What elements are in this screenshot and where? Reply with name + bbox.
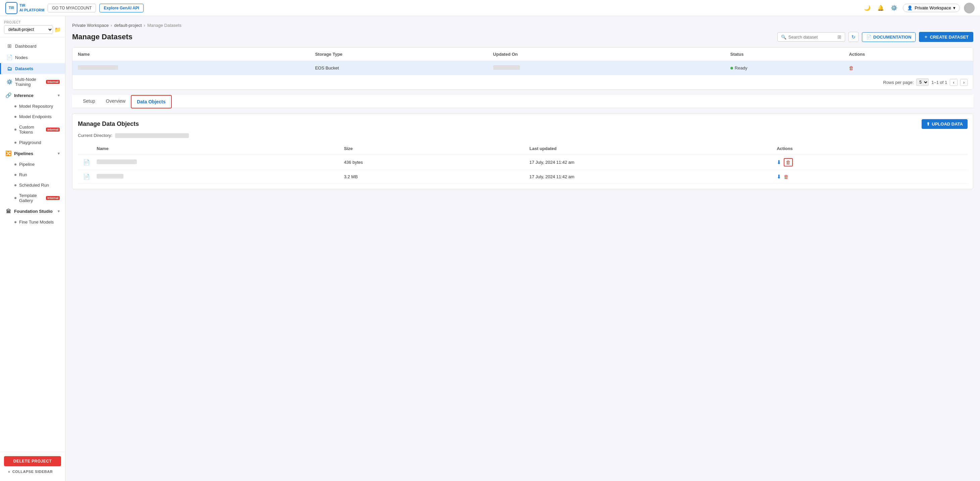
rows-per-page-select[interactable]: 5 <box>916 78 929 86</box>
sidebar-section-foundation[interactable]: 🏛 Foundation Studio ▾ <box>0 206 65 217</box>
chevron-down-icon: ▾ <box>953 5 956 10</box>
next-page-button[interactable]: › <box>960 79 967 86</box>
inference-subnav: Model Repository Model Endpoints Custom … <box>0 101 65 148</box>
data-objects-card: Manage Data Objects ⬆ UPLOAD DATA Curren… <box>72 113 973 189</box>
breadcrumb-current: Manage Datasets <box>147 23 181 28</box>
sidebar-item-fine-tune[interactable]: Fine Tune Models <box>11 217 65 227</box>
sidebar-item-playground[interactable]: Playground <box>11 137 65 148</box>
sidebar-item-scheduled-run[interactable]: Scheduled Run <box>11 180 65 190</box>
col-status: Status <box>730 52 849 57</box>
delete-button-1[interactable]: 🗑 <box>784 158 793 167</box>
plus-icon: ＋ <box>924 34 928 40</box>
create-dataset-button[interactable]: ＋ CREATE DATASET <box>919 32 973 42</box>
sidebar-item-label-custom-tokens: Custom Tokens <box>19 124 42 135</box>
breadcrumb-workspace[interactable]: Private Workspace <box>72 23 109 28</box>
sidebar-item-model-repository[interactable]: Model Repository <box>11 101 65 111</box>
search-input[interactable] <box>788 35 835 40</box>
sidebar-item-pipeline[interactable]: Pipeline <box>11 159 65 169</box>
dataset-actions-cell: 🗑 <box>849 65 967 71</box>
internal-badge-multi-node: Internal <box>46 80 60 84</box>
search-box: 🔍 ⊞ <box>777 32 845 41</box>
delete-project-button[interactable]: DELETE PROJECT <box>4 456 61 466</box>
tab-overview[interactable]: Overview <box>101 95 131 108</box>
dataset-delete-button[interactable]: 🗑 <box>849 65 854 71</box>
dot-icon <box>14 197 16 199</box>
dot-icon <box>14 221 16 223</box>
sidebar-item-label-scheduled-run: Scheduled Run <box>19 183 49 188</box>
sidebar-item-label-multi-node: Multi-Node Training <box>15 77 42 87</box>
documentation-button[interactable]: 📄 DOCUMENTATION <box>862 32 916 42</box>
foundation-icon: 🏛 <box>5 209 11 214</box>
tabs: Setup Overview Data Objects <box>72 95 973 108</box>
filter-icon[interactable]: ⊞ <box>837 34 842 40</box>
sidebar-item-multi-node[interactable]: ⚙️ Multi-Node Training Internal <box>0 74 65 90</box>
sidebar-item-label-model-endpoints: Model Endpoints <box>19 114 52 119</box>
sidebar-item-label-template-gallery: Template Gallery <box>19 193 42 203</box>
download-button-1[interactable]: ⬇ <box>777 159 781 166</box>
logo-icon: TIR <box>5 2 18 14</box>
project-select[interactable]: default-project <box>4 25 53 34</box>
delete-button-2[interactable]: 🗑 <box>784 174 789 180</box>
sidebar-item-template-gallery[interactable]: Template Gallery Internal <box>11 190 65 206</box>
directory-path <box>115 133 189 138</box>
tab-setup[interactable]: Setup <box>78 95 101 108</box>
file-icon: 📄 <box>83 174 90 180</box>
refresh-button[interactable]: ↻ <box>848 32 859 42</box>
data-table-header: Name Size Last updated Actions <box>78 143 967 155</box>
sidebar-project: Project default-project 📁 <box>0 16 65 38</box>
dot-icon <box>14 142 16 144</box>
pipelines-chevron: ▾ <box>58 151 60 156</box>
sidebar-item-run[interactable]: Run <box>11 169 65 180</box>
page-header: Manage Datasets 🔍 ⊞ ↻ 📄 DOCUMENTATION ＋ … <box>72 32 973 42</box>
settings-icon[interactable]: ⚙️ <box>889 3 899 13</box>
foundation-subnav: Fine Tune Models <box>0 217 65 227</box>
dashboard-icon: ⊞ <box>6 43 13 49</box>
sidebar-item-datasets[interactable]: 🗂 Datasets <box>0 63 65 74</box>
col-actions: Actions <box>849 52 967 57</box>
folder-icon[interactable]: 📁 <box>54 27 61 33</box>
prev-page-button[interactable]: ‹ <box>950 79 957 86</box>
sidebar-item-label-run: Run <box>19 172 27 177</box>
page-info: 1–1 of 1 <box>931 80 947 85</box>
col-updated-on: Updated On <box>493 52 730 57</box>
topnav-left: TIR TIR AI PLATFORM GO TO MYACCOUNT Expl… <box>5 2 143 14</box>
pipelines-icon: 🔀 <box>5 150 11 156</box>
user-icon: 👤 <box>907 5 913 10</box>
sidebar-section-pipelines[interactable]: 🔀 Pipelines ▾ <box>0 148 65 159</box>
sidebar-item-dashboard[interactable]: ⊞ Dashboard <box>0 40 65 52</box>
data-objects-table: Name Size Last updated Actions 📄 436 byt… <box>78 143 967 183</box>
notification-icon[interactable]: 🔔 <box>876 3 885 13</box>
col-actions: Actions <box>777 146 962 151</box>
go-to-myaccount-button[interactable]: GO TO MYACCOUNT <box>48 4 96 13</box>
dot-icon <box>14 116 16 118</box>
sidebar-section-inference[interactable]: 🔗 Inference ▾ <box>0 90 65 101</box>
breadcrumb: Private Workspace › default-project › Ma… <box>72 23 973 28</box>
dataset-updated-cell <box>493 65 730 71</box>
inference-chevron: ▾ <box>58 93 60 98</box>
col-size: Size <box>344 146 530 151</box>
download-button-2[interactable]: ⬇ <box>777 174 781 180</box>
sidebar-item-label-nodes: Nodes <box>15 55 28 60</box>
dataset-storage-cell: EOS Bucket <box>315 65 493 70</box>
sidebar-item-custom-tokens[interactable]: Custom Tokens Internal <box>11 122 65 137</box>
sidebar-item-label-fine-tune: Fine Tune Models <box>19 220 54 225</box>
explore-genai-button[interactable]: Explore GenAI API <box>99 4 143 13</box>
file-size-cell: 436 bytes <box>344 160 530 165</box>
breadcrumb-sep2: › <box>144 23 145 28</box>
breadcrumb-project[interactable]: default-project <box>114 23 142 28</box>
upload-data-button[interactable]: ⬆ UPLOAD DATA <box>922 119 967 129</box>
main-content: Private Workspace › default-project › Ma… <box>65 16 980 481</box>
dataset-status-cell: Ready <box>730 65 849 70</box>
workspace-button[interactable]: 👤 Private Workspace ▾ <box>903 4 960 12</box>
redacted-filename <box>97 159 137 164</box>
tab-data-objects[interactable]: Data Objects <box>131 95 172 108</box>
dark-mode-icon[interactable]: 🌙 <box>862 3 872 13</box>
collapse-sidebar-button[interactable]: « COLLAPSE SIDEBAR <box>4 466 61 477</box>
sidebar-item-nodes[interactable]: 📄 Nodes <box>0 52 65 63</box>
sidebar-item-model-endpoints[interactable]: Model Endpoints <box>11 111 65 122</box>
workspace-label: Private Workspace <box>915 5 951 10</box>
rows-per-page-label: Rows per page: <box>883 80 913 85</box>
dataset-name-cell <box>78 65 315 71</box>
dot-icon <box>14 184 16 186</box>
dot-icon <box>14 105 16 107</box>
